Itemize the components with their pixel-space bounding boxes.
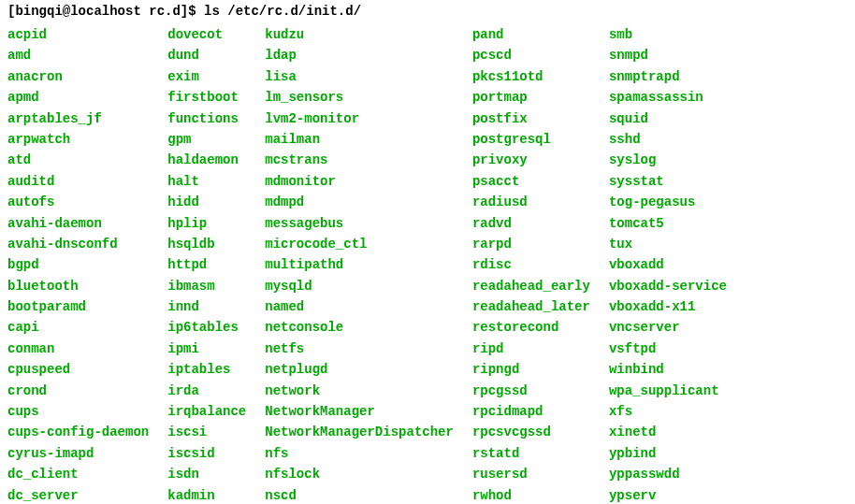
file-entry: vboxadd xyxy=(609,254,727,275)
file-entry: rwhod xyxy=(472,485,590,504)
file-entry: rpcidmapd xyxy=(472,401,590,422)
file-entry: functions xyxy=(167,108,246,129)
file-entry: bluetooth xyxy=(7,276,149,296)
file-entry: avahi-dnsconfd xyxy=(7,234,149,254)
file-entry: psacct xyxy=(472,171,590,192)
file-entry: nfslock xyxy=(265,464,454,484)
file-entry: anacron xyxy=(7,66,149,87)
file-entry: radiusd xyxy=(472,192,590,212)
file-entry: netplugd xyxy=(265,359,454,380)
file-entry: rpcgssd xyxy=(472,381,590,401)
file-entry: iscsi xyxy=(167,422,246,442)
file-entry: vsftpd xyxy=(609,338,727,359)
file-entry: pand xyxy=(472,24,590,45)
file-entry: cyrus-imapd xyxy=(7,443,149,464)
file-entry: irda xyxy=(167,381,246,401)
file-entry: readahead_early xyxy=(472,276,590,296)
file-entry: ldap xyxy=(265,45,454,65)
file-entry: iptables xyxy=(167,359,246,380)
file-entry: arptables_jf xyxy=(7,108,149,129)
file-entry: snmptrapd xyxy=(609,66,727,87)
file-entry: dc_server xyxy=(7,485,149,504)
file-entry: auditd xyxy=(7,171,149,192)
file-entry: network xyxy=(265,381,454,401)
file-entry: sshd xyxy=(609,129,727,150)
file-entry: mdmonitor xyxy=(265,171,454,192)
file-entry: tog-pegasus xyxy=(609,192,727,212)
file-entry: snmpd xyxy=(609,45,727,65)
file-entry: dc_client xyxy=(7,464,149,484)
file-entry: capi xyxy=(7,317,149,338)
file-entry: avahi-daemon xyxy=(7,213,149,234)
file-entry: mdmpd xyxy=(265,192,454,212)
file-entry: smb xyxy=(609,24,727,45)
file-entry: NetworkManager xyxy=(265,401,454,422)
file-entry: httpd xyxy=(167,254,246,275)
file-entry: squid xyxy=(609,108,727,129)
file-entry: nfs xyxy=(265,443,454,464)
file-entry: hidd xyxy=(167,192,246,212)
file-entry: hplip xyxy=(167,213,246,234)
file-entry: bgpd xyxy=(7,254,149,275)
column-2: kudzuldaplisalm_sensorslvm2-monitormailm… xyxy=(265,24,454,504)
file-entry: postfix xyxy=(472,108,590,129)
file-entry: rdisc xyxy=(472,254,590,275)
file-entry: mcstrans xyxy=(265,150,454,170)
file-entry: ibmasm xyxy=(167,276,246,296)
file-entry: atd xyxy=(7,150,149,170)
file-entry: lisa xyxy=(265,66,454,87)
file-entry: rstatd xyxy=(472,443,590,464)
file-entry: ipmi xyxy=(167,338,246,359)
file-entry: irqbalance xyxy=(167,401,246,422)
file-entry: syslog xyxy=(609,150,727,170)
file-entry: pkcs11otd xyxy=(472,66,590,87)
file-entry: isdn xyxy=(167,464,246,484)
prompt-command: ls /etc/rc.d/init.d/ xyxy=(204,4,361,19)
file-entry: winbind xyxy=(609,359,727,380)
file-entry: rarpd xyxy=(472,234,590,254)
file-entry: autofs xyxy=(7,192,149,212)
file-entry: ypserv xyxy=(609,485,727,504)
file-entry: vncserver xyxy=(609,317,727,338)
file-entry: cups xyxy=(7,401,149,422)
file-entry: arpwatch xyxy=(7,129,149,150)
file-entry: crond xyxy=(7,381,149,401)
file-entry: kudzu xyxy=(265,24,454,45)
file-entry: multipathd xyxy=(265,254,454,275)
file-entry: cups-config-daemon xyxy=(7,422,149,442)
file-entry: pcscd xyxy=(472,45,590,65)
file-entry: amd xyxy=(7,45,149,65)
file-entry: NetworkManagerDispatcher xyxy=(265,422,454,442)
file-entry: xinetd xyxy=(609,422,727,442)
file-entry: messagebus xyxy=(265,213,454,234)
file-entry: radvd xyxy=(472,213,590,234)
column-0: acpidamdanacronapmdarptables_jfarpwatcha… xyxy=(7,24,149,504)
column-3: pandpcscdpkcs11otdportmappostfixpostgres… xyxy=(472,24,590,504)
file-entry: netfs xyxy=(265,338,454,359)
file-entry: privoxy xyxy=(472,150,590,170)
file-entry: wpa_supplicant xyxy=(609,381,727,401)
terminal-prompt: [bingqi@localhost rc.d]$ ls /etc/rc.d/in… xyxy=(7,4,848,19)
file-entry: nscd xyxy=(265,485,454,504)
file-entry: ripd xyxy=(472,338,590,359)
file-entry: netconsole xyxy=(265,317,454,338)
column-4: smbsnmpdsnmptrapdspamassassinsquidsshdsy… xyxy=(609,24,727,504)
file-entry: mysqld xyxy=(265,276,454,296)
file-entry: bootparamd xyxy=(7,296,149,317)
file-entry: firstboot xyxy=(167,87,246,108)
file-entry: conman xyxy=(7,338,149,359)
ls-output: acpidamdanacronapmdarptables_jfarpwatcha… xyxy=(7,24,848,504)
file-entry: innd xyxy=(167,296,246,317)
file-entry: spamassassin xyxy=(609,87,727,108)
file-entry: vboxadd-x11 xyxy=(609,296,727,317)
file-entry: acpid xyxy=(7,24,149,45)
file-entry: postgresql xyxy=(472,129,590,150)
file-entry: kadmin xyxy=(167,485,246,504)
column-1: dovecotdundeximfirstbootfunctionsgpmhald… xyxy=(167,24,246,504)
file-entry: haldaemon xyxy=(167,150,246,170)
file-entry: lm_sensors xyxy=(265,87,454,108)
prompt-user-host: [bingqi@localhost rc.d]$ xyxy=(7,4,196,19)
file-entry: yppasswdd xyxy=(609,464,727,484)
file-entry: readahead_later xyxy=(472,296,590,317)
file-entry: xfs xyxy=(609,401,727,422)
